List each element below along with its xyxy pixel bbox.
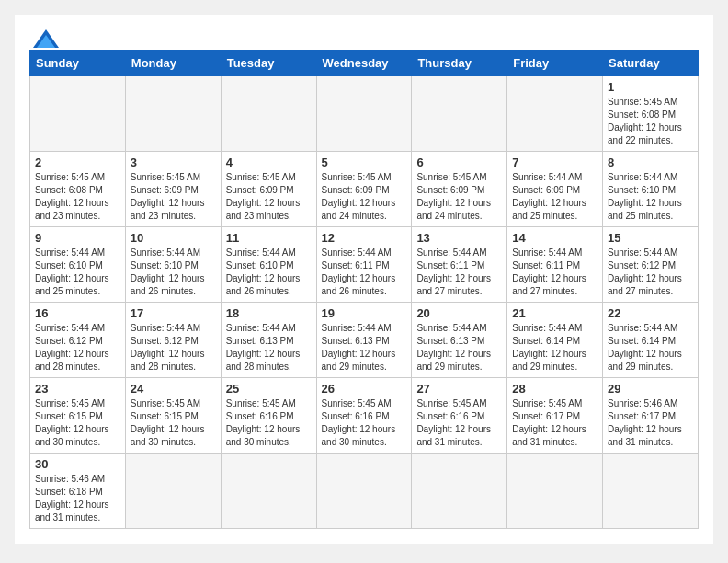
day-number: 17 xyxy=(131,306,216,320)
day-number: 1 xyxy=(608,80,693,94)
day-info: Sunrise: 5:44 AM Sunset: 6:11 PM Dayligh… xyxy=(416,247,502,298)
calendar-header-row: SundayMondayTuesdayWednesdayThursdayFrid… xyxy=(30,51,699,76)
day-info: Sunrise: 5:45 AM Sunset: 6:15 PM Dayligh… xyxy=(131,397,216,449)
calendar-cell: 13Sunrise: 5:44 AM Sunset: 6:11 PM Dayli… xyxy=(412,227,507,303)
day-number: 24 xyxy=(131,382,216,396)
calendar-cell xyxy=(412,76,507,152)
day-info: Sunrise: 5:44 AM Sunset: 6:11 PM Dayligh… xyxy=(322,247,407,298)
calendar-cell: 8Sunrise: 5:44 AM Sunset: 6:10 PM Daylig… xyxy=(603,152,699,227)
calendar-cell: 29Sunrise: 5:46 AM Sunset: 6:17 PM Dayli… xyxy=(603,378,699,454)
calendar-cell: 7Sunrise: 5:44 AM Sunset: 6:09 PM Daylig… xyxy=(507,152,603,227)
calendar-cell: 2Sunrise: 5:45 AM Sunset: 6:08 PM Daylig… xyxy=(30,152,126,227)
day-number: 30 xyxy=(35,457,120,471)
calendar-cell: 17Sunrise: 5:44 AM Sunset: 6:12 PM Dayli… xyxy=(125,303,221,378)
calendar-cell xyxy=(125,76,221,152)
day-number: 13 xyxy=(416,231,502,245)
day-info: Sunrise: 5:44 AM Sunset: 6:10 PM Dayligh… xyxy=(131,247,216,298)
calendar-cell xyxy=(316,454,412,529)
calendar-cell: 25Sunrise: 5:45 AM Sunset: 6:16 PM Dayli… xyxy=(221,378,316,454)
calendar-header-thursday: Thursday xyxy=(412,51,507,76)
calendar-cell xyxy=(316,76,412,152)
calendar-cell xyxy=(221,454,316,529)
calendar-header-wednesday: Wednesday xyxy=(316,51,412,76)
day-number: 2 xyxy=(35,155,120,169)
day-number: 5 xyxy=(322,155,407,169)
day-info: Sunrise: 5:44 AM Sunset: 6:13 PM Dayligh… xyxy=(226,322,312,373)
logo xyxy=(29,29,59,42)
calendar-cell: 21Sunrise: 5:44 AM Sunset: 6:14 PM Dayli… xyxy=(507,303,603,378)
calendar-cell: 22Sunrise: 5:44 AM Sunset: 6:14 PM Dayli… xyxy=(603,303,699,378)
day-number: 6 xyxy=(416,155,502,169)
day-info: Sunrise: 5:45 AM Sunset: 6:09 PM Dayligh… xyxy=(131,171,216,223)
day-number: 8 xyxy=(608,155,693,169)
day-number: 21 xyxy=(512,306,597,320)
calendar-cell: 28Sunrise: 5:45 AM Sunset: 6:17 PM Dayli… xyxy=(507,378,603,454)
calendar-header-friday: Friday xyxy=(507,51,603,76)
day-number: 3 xyxy=(131,155,216,169)
calendar-week-4: 23Sunrise: 5:45 AM Sunset: 6:15 PM Dayli… xyxy=(30,378,699,454)
calendar-cell: 16Sunrise: 5:44 AM Sunset: 6:12 PM Dayli… xyxy=(30,303,126,378)
day-info: Sunrise: 5:44 AM Sunset: 6:13 PM Dayligh… xyxy=(416,322,502,373)
calendar-cell: 23Sunrise: 5:45 AM Sunset: 6:15 PM Dayli… xyxy=(30,378,126,454)
calendar-cell xyxy=(603,454,699,529)
calendar-cell: 1Sunrise: 5:45 AM Sunset: 6:08 PM Daylig… xyxy=(603,76,699,152)
day-info: Sunrise: 5:45 AM Sunset: 6:08 PM Dayligh… xyxy=(35,171,120,223)
calendar-cell xyxy=(221,76,316,152)
day-info: Sunrise: 5:45 AM Sunset: 6:16 PM Dayligh… xyxy=(416,397,502,449)
day-info: Sunrise: 5:44 AM Sunset: 6:10 PM Dayligh… xyxy=(226,247,312,298)
day-info: Sunrise: 5:45 AM Sunset: 6:09 PM Dayligh… xyxy=(226,171,312,223)
day-info: Sunrise: 5:44 AM Sunset: 6:09 PM Dayligh… xyxy=(512,171,597,223)
calendar-week-0: 1Sunrise: 5:45 AM Sunset: 6:08 PM Daylig… xyxy=(30,76,699,152)
calendar-cell: 5Sunrise: 5:45 AM Sunset: 6:09 PM Daylig… xyxy=(316,152,412,227)
calendar-cell xyxy=(125,454,221,529)
calendar-cell: 30Sunrise: 5:46 AM Sunset: 6:18 PM Dayli… xyxy=(30,454,126,529)
day-info: Sunrise: 5:45 AM Sunset: 6:15 PM Dayligh… xyxy=(35,397,120,449)
day-number: 22 xyxy=(608,306,693,320)
page: SundayMondayTuesdayWednesdayThursdayFrid… xyxy=(15,15,713,544)
calendar-cell: 12Sunrise: 5:44 AM Sunset: 6:11 PM Dayli… xyxy=(316,227,412,303)
calendar-cell: 27Sunrise: 5:45 AM Sunset: 6:16 PM Dayli… xyxy=(412,378,507,454)
calendar-week-5: 30Sunrise: 5:46 AM Sunset: 6:18 PM Dayli… xyxy=(30,454,699,529)
day-info: Sunrise: 5:46 AM Sunset: 6:17 PM Dayligh… xyxy=(608,397,693,449)
day-info: Sunrise: 5:45 AM Sunset: 6:16 PM Dayligh… xyxy=(322,397,407,449)
day-info: Sunrise: 5:46 AM Sunset: 6:18 PM Dayligh… xyxy=(35,473,120,524)
calendar-cell: 19Sunrise: 5:44 AM Sunset: 6:13 PM Dayli… xyxy=(316,303,412,378)
day-info: Sunrise: 5:44 AM Sunset: 6:10 PM Dayligh… xyxy=(35,247,120,298)
day-number: 14 xyxy=(512,231,597,245)
day-number: 23 xyxy=(35,382,120,396)
day-number: 15 xyxy=(608,231,693,245)
day-info: Sunrise: 5:44 AM Sunset: 6:12 PM Dayligh… xyxy=(131,322,216,373)
logo-icon xyxy=(33,29,59,48)
calendar-week-2: 9Sunrise: 5:44 AM Sunset: 6:10 PM Daylig… xyxy=(30,227,699,303)
day-number: 4 xyxy=(226,155,312,169)
day-number: 20 xyxy=(416,306,502,320)
day-info: Sunrise: 5:45 AM Sunset: 6:09 PM Dayligh… xyxy=(322,171,407,223)
day-info: Sunrise: 5:44 AM Sunset: 6:10 PM Dayligh… xyxy=(608,171,693,223)
day-info: Sunrise: 5:44 AM Sunset: 6:13 PM Dayligh… xyxy=(322,322,407,373)
day-info: Sunrise: 5:45 AM Sunset: 6:09 PM Dayligh… xyxy=(416,171,502,223)
calendar-cell: 9Sunrise: 5:44 AM Sunset: 6:10 PM Daylig… xyxy=(30,227,126,303)
day-number: 16 xyxy=(35,306,120,320)
day-number: 7 xyxy=(512,155,597,169)
calendar-cell: 11Sunrise: 5:44 AM Sunset: 6:10 PM Dayli… xyxy=(221,227,316,303)
calendar-cell: 6Sunrise: 5:45 AM Sunset: 6:09 PM Daylig… xyxy=(412,152,507,227)
calendar-cell: 26Sunrise: 5:45 AM Sunset: 6:16 PM Dayli… xyxy=(316,378,412,454)
day-info: Sunrise: 5:45 AM Sunset: 6:16 PM Dayligh… xyxy=(226,397,312,449)
calendar-header-sunday: Sunday xyxy=(30,51,126,76)
calendar-header-saturday: Saturday xyxy=(603,51,699,76)
calendar-cell: 3Sunrise: 5:45 AM Sunset: 6:09 PM Daylig… xyxy=(125,152,221,227)
day-number: 27 xyxy=(416,382,502,396)
day-number: 12 xyxy=(322,231,407,245)
calendar-cell xyxy=(507,454,603,529)
calendar-cell xyxy=(30,76,126,152)
day-info: Sunrise: 5:44 AM Sunset: 6:12 PM Dayligh… xyxy=(35,322,120,373)
calendar-header-tuesday: Tuesday xyxy=(221,51,316,76)
day-number: 10 xyxy=(131,231,216,245)
day-number: 28 xyxy=(512,382,597,396)
day-number: 25 xyxy=(226,382,312,396)
day-info: Sunrise: 5:44 AM Sunset: 6:14 PM Dayligh… xyxy=(512,322,597,373)
calendar: SundayMondayTuesdayWednesdayThursdayFrid… xyxy=(29,50,699,529)
day-number: 19 xyxy=(322,306,407,320)
calendar-cell: 18Sunrise: 5:44 AM Sunset: 6:13 PM Dayli… xyxy=(221,303,316,378)
calendar-cell: 10Sunrise: 5:44 AM Sunset: 6:10 PM Dayli… xyxy=(125,227,221,303)
